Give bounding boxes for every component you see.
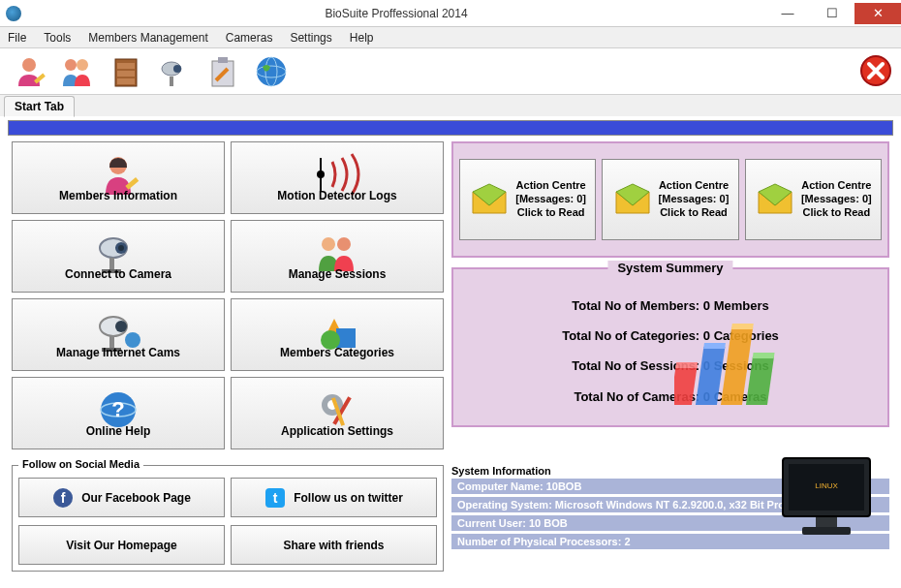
label: Members Information bbox=[59, 189, 177, 202]
label: Manage Internet Cams bbox=[56, 346, 180, 359]
label: Application Settings bbox=[281, 424, 393, 438]
titlebar: BioSuite Proffessional 2014 — ☐ ✕ bbox=[0, 0, 901, 27]
social-media-panel: Follow on Social Media f Our Facebook Pa… bbox=[12, 465, 444, 572]
menu-tools[interactable]: Tools bbox=[44, 31, 71, 45]
facebook-icon: f bbox=[52, 487, 74, 509]
tabstrip: Start Tab bbox=[0, 95, 901, 116]
label: Connect to Camera bbox=[65, 267, 171, 281]
svg-text:?: ? bbox=[111, 397, 124, 421]
svg-point-27 bbox=[337, 237, 351, 251]
toolbar-cabinet-icon[interactable] bbox=[103, 51, 149, 92]
menu-help[interactable]: Help bbox=[350, 31, 374, 45]
twitter-icon: t bbox=[264, 487, 286, 509]
toolbar-globe-icon[interactable] bbox=[248, 51, 295, 92]
summary-categories: Total No of Categories: 0 Categories bbox=[463, 321, 878, 351]
svg-rect-7 bbox=[117, 78, 135, 84]
svg-rect-42 bbox=[674, 366, 698, 405]
toolbar-camera-icon[interactable] bbox=[151, 51, 198, 92]
svg-rect-12 bbox=[218, 57, 228, 63]
svg-rect-49 bbox=[753, 353, 775, 358]
minimize-button[interactable]: — bbox=[765, 3, 810, 24]
online-help-button[interactable]: ? Online Help bbox=[12, 377, 225, 449]
menu-cameras[interactable]: Cameras bbox=[226, 31, 273, 45]
connect-to-camera-button[interactable]: Connect to Camera bbox=[12, 220, 225, 293]
summary-sessions: Total No of Sessions: 0 Sessions bbox=[463, 351, 878, 381]
svg-point-13 bbox=[257, 57, 286, 86]
toolbar-member-edit-icon[interactable] bbox=[6, 51, 52, 92]
facebook-button[interactable]: f Our Facebook Page bbox=[18, 478, 225, 517]
label: Motion Detector Logs bbox=[277, 189, 396, 202]
svg-rect-57 bbox=[816, 517, 837, 527]
svg-point-2 bbox=[65, 59, 77, 71]
summary-members: Total No of Members: 0 Members bbox=[463, 291, 878, 321]
svg-text:t: t bbox=[273, 490, 278, 506]
bar-chart-icon bbox=[674, 308, 781, 405]
svg-rect-47 bbox=[731, 324, 754, 329]
svg-point-29 bbox=[115, 321, 127, 332]
system-information-panel: System Information Computer Name: 10BOB … bbox=[451, 465, 889, 572]
svg-rect-5 bbox=[117, 63, 135, 69]
tab-start[interactable]: Start Tab bbox=[4, 96, 75, 117]
svg-rect-44 bbox=[696, 347, 725, 405]
monitor-icon: LINUX bbox=[773, 453, 880, 541]
summary-cameras: Total No of Cameras: 0 Cameras bbox=[463, 382, 878, 412]
manage-internet-cams-button[interactable]: Manage Internet Cams bbox=[12, 298, 225, 371]
svg-text:f: f bbox=[61, 490, 66, 506]
action-centre-button-1[interactable]: Action Centre[Messages: 0]Click to Read bbox=[459, 159, 596, 240]
social-legend: Follow on Social Media bbox=[18, 458, 143, 470]
action-centre-panel: Action Centre[Messages: 0]Click to Read … bbox=[451, 141, 889, 258]
window-title: BioSuite Proffessional 2014 bbox=[27, 7, 765, 20]
motion-detector-logs-button[interactable]: Motion Detector Logs bbox=[231, 141, 444, 214]
svg-point-3 bbox=[77, 59, 88, 71]
envelope-icon bbox=[469, 182, 510, 217]
system-summary-panel: System Summery Total No of Members: 0 Me… bbox=[451, 267, 889, 427]
app-icon bbox=[6, 6, 21, 21]
close-button[interactable]: ✕ bbox=[854, 3, 901, 24]
toolbar-close-icon[interactable] bbox=[858, 53, 895, 90]
svg-rect-10 bbox=[170, 77, 173, 86]
action-centre-button-3[interactable]: Action Centre[Messages: 0]Click to Read bbox=[745, 159, 882, 240]
members-information-button[interactable]: Members Information bbox=[12, 141, 225, 214]
envelope-icon bbox=[612, 182, 653, 217]
menubar: File Tools Members Management Cameras Se… bbox=[0, 27, 901, 48]
toolbar bbox=[0, 48, 901, 95]
label: Manage Sessions bbox=[289, 267, 387, 281]
svg-point-0 bbox=[22, 58, 36, 72]
members-categories-button[interactable]: Members Categories bbox=[231, 298, 444, 371]
application-settings-button[interactable]: Application Settings bbox=[231, 377, 444, 449]
svg-rect-45 bbox=[703, 343, 726, 349]
maximize-button[interactable]: ☐ bbox=[810, 3, 854, 24]
label: Members Categories bbox=[280, 346, 394, 359]
menu-settings[interactable]: Settings bbox=[290, 31, 331, 45]
svg-text:LINUX: LINUX bbox=[815, 481, 838, 490]
svg-rect-6 bbox=[117, 71, 135, 77]
homepage-button[interactable]: Visit Our Homepage bbox=[18, 525, 225, 565]
envelope-icon bbox=[755, 182, 795, 217]
action-centre-button-2[interactable]: Action Centre[Messages: 0]Click to Read bbox=[602, 159, 738, 240]
manage-sessions-button[interactable]: Manage Sessions bbox=[231, 220, 444, 293]
svg-rect-58 bbox=[802, 527, 851, 535]
label: Online Help bbox=[86, 424, 151, 438]
svg-point-26 bbox=[322, 237, 335, 251]
toolbar-members-group-icon[interactable] bbox=[54, 51, 101, 92]
twitter-button[interactable]: t Follow us on twitter bbox=[231, 478, 437, 517]
toolbar-clipboard-icon[interactable] bbox=[200, 51, 246, 92]
share-button[interactable]: Share with friends bbox=[231, 525, 437, 565]
blue-separator bbox=[8, 120, 893, 136]
menu-file[interactable]: File bbox=[8, 31, 26, 45]
svg-rect-48 bbox=[746, 356, 774, 405]
svg-point-23 bbox=[118, 245, 124, 251]
menu-members[interactable]: Members Management bbox=[88, 31, 207, 45]
svg-point-9 bbox=[173, 65, 181, 73]
svg-rect-43 bbox=[675, 362, 698, 368]
